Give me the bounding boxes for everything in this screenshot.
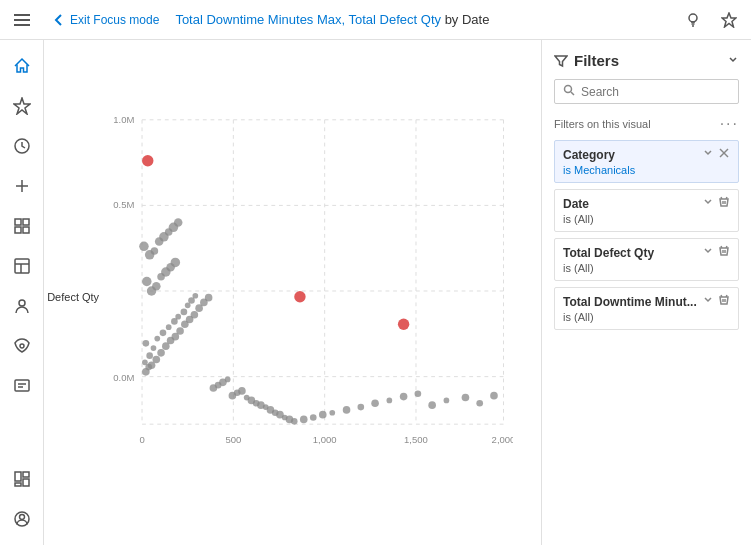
star-icon[interactable] — [715, 6, 743, 34]
chart-area: Total Defect Qty 1.0M 0.5M 0.0M — [44, 40, 541, 545]
data-point — [176, 327, 184, 335]
svg-text:1,000: 1,000 — [313, 434, 337, 445]
data-point — [428, 401, 436, 409]
data-point — [319, 411, 327, 419]
outlier-point-3 — [398, 319, 409, 330]
sidebar-item-launch[interactable] — [4, 328, 40, 364]
svg-text:0.0M: 0.0M — [113, 372, 134, 383]
sidebar — [0, 40, 44, 545]
filter-expand-icon[interactable] — [727, 53, 739, 69]
svg-text:1,500: 1,500 — [404, 434, 428, 445]
filter-date-clear-icon[interactable] — [718, 196, 730, 211]
svg-point-3 — [689, 14, 697, 22]
data-point — [192, 293, 198, 299]
svg-rect-2 — [14, 24, 30, 26]
data-point — [300, 416, 308, 424]
svg-text:0: 0 — [139, 434, 144, 445]
svg-marker-4 — [722, 13, 736, 27]
svg-rect-9 — [15, 219, 21, 225]
filter-downtime-chevron-icon[interactable] — [702, 294, 714, 309]
data-point — [152, 282, 161, 291]
sidebar-item-apps[interactable] — [4, 208, 40, 244]
data-point — [160, 330, 167, 337]
lightbulb-icon[interactable] — [679, 6, 707, 34]
sidebar-item-dashboard[interactable] — [4, 461, 40, 497]
filter-search-box[interactable] — [554, 79, 739, 104]
data-point — [142, 277, 152, 287]
svg-marker-5 — [14, 98, 30, 114]
data-point — [415, 390, 422, 397]
data-point — [238, 387, 246, 395]
data-point — [225, 377, 231, 383]
data-point — [291, 418, 298, 425]
data-point — [171, 258, 181, 268]
data-point — [462, 394, 470, 402]
svg-rect-0 — [14, 14, 30, 16]
filter-card-defect-qty: Total Defect Qty is (All) — [554, 238, 739, 281]
filter-category-clear-icon[interactable] — [718, 147, 730, 162]
filter-header: Filters — [554, 52, 739, 69]
sidebar-item-workspaces[interactable] — [4, 248, 40, 284]
data-point — [191, 311, 199, 319]
filter-card-date: Date is (All) — [554, 189, 739, 232]
chart-svg: 1.0M 0.5M 0.0M 0 500 1,000 1,500 2,000 — [104, 66, 513, 497]
data-point — [153, 356, 161, 364]
svg-point-45 — [565, 86, 572, 93]
sidebar-item-recent[interactable] — [4, 128, 40, 164]
data-point — [139, 242, 149, 252]
sidebar-item-favorites[interactable] — [4, 88, 40, 124]
data-point — [154, 336, 160, 342]
search-icon — [563, 84, 575, 99]
svg-rect-18 — [15, 380, 29, 391]
svg-text:500: 500 — [225, 434, 241, 445]
svg-rect-12 — [23, 227, 29, 233]
search-input[interactable] — [581, 85, 730, 99]
data-point — [151, 345, 157, 351]
data-point — [310, 414, 317, 421]
filter-title: Filters — [554, 52, 619, 69]
filter-section-label: Filters on this visual ··· — [554, 116, 739, 132]
filter-defectqty-clear-icon[interactable] — [718, 245, 730, 260]
scatter-plot: Total Defect Qty 1.0M 0.5M 0.0M — [44, 56, 533, 537]
filter-downtime-clear-icon[interactable] — [718, 294, 730, 309]
exit-focus-button[interactable]: Exit Focus mode — [44, 9, 167, 31]
svg-point-17 — [20, 344, 24, 348]
filter-date-chevron-icon[interactable] — [702, 196, 714, 211]
data-point — [157, 349, 165, 357]
data-point — [357, 404, 364, 411]
svg-rect-11 — [15, 227, 21, 233]
main-content: Total Defect Qty 1.0M 0.5M 0.0M — [0, 40, 751, 545]
data-point — [151, 247, 159, 255]
data-point — [146, 352, 153, 359]
topbar: Exit Focus mode Total Downtime Minutes M… — [0, 0, 751, 40]
sidebar-item-create[interactable] — [4, 168, 40, 204]
svg-line-46 — [571, 92, 574, 95]
outlier-point-1 — [142, 155, 153, 166]
topbar-actions — [679, 6, 743, 34]
data-point — [329, 410, 335, 416]
filter-category-chevron-icon[interactable] — [702, 147, 714, 162]
svg-rect-22 — [23, 472, 29, 477]
data-point — [205, 294, 213, 302]
data-point — [175, 314, 181, 320]
svg-text:0.5M: 0.5M — [113, 199, 134, 210]
hamburger-button[interactable] — [8, 6, 36, 34]
svg-point-16 — [19, 300, 25, 306]
filter-section-menu-icon[interactable]: ··· — [720, 116, 739, 132]
data-point — [476, 400, 483, 407]
data-point — [386, 398, 392, 404]
data-point — [143, 340, 150, 347]
svg-text:1.0M: 1.0M — [113, 114, 134, 125]
filter-defectqty-chevron-icon[interactable] — [702, 245, 714, 260]
y-axis-label: Total Defect Qty — [44, 291, 99, 303]
sidebar-item-account[interactable] — [4, 501, 40, 537]
data-point — [166, 324, 172, 330]
sidebar-item-home[interactable] — [4, 48, 40, 84]
sidebar-item-people[interactable] — [4, 288, 40, 324]
filter-panel: Filters Filters on this visual ··· — [541, 40, 751, 545]
sidebar-item-learn[interactable] — [4, 368, 40, 404]
data-point — [400, 393, 408, 401]
svg-rect-13 — [15, 259, 29, 273]
filter-card-downtime: Total Downtime Minut... is (All) — [554, 287, 739, 330]
svg-point-26 — [19, 515, 24, 520]
